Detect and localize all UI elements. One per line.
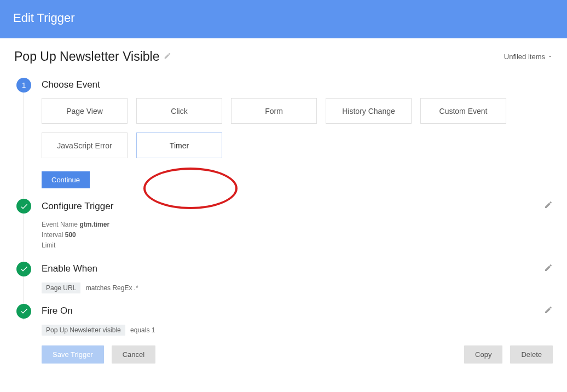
- check-icon: [20, 307, 28, 315]
- fire-on-condition-row: Pop Up Newsletter visible equals 1: [42, 325, 553, 336]
- chevron-down-icon: [547, 53, 553, 61]
- folder-label: Unfiled items: [504, 53, 545, 61]
- configure-interval: Interval 500: [42, 230, 553, 240]
- enable-when-condition-row: Page URL matches RegEx .*: [42, 283, 553, 293]
- event-js-error[interactable]: JavaScript Error: [42, 132, 128, 158]
- continue-button[interactable]: Continue: [42, 171, 90, 188]
- fire-on-condition: equals 1: [130, 326, 155, 334]
- step-marker-configure: [16, 199, 31, 214]
- footer-actions: Save Trigger Cancel Copy Delete: [14, 345, 553, 364]
- folder-selector[interactable]: Unfiled items: [504, 53, 553, 61]
- event-custom-event[interactable]: Custom Event: [420, 98, 506, 124]
- cancel-button[interactable]: Cancel: [112, 345, 155, 364]
- enable-when-chip: Page URL: [42, 283, 80, 293]
- event-history-change[interactable]: History Change: [326, 98, 412, 124]
- configure-event-name: Event Name gtm.timer: [42, 220, 553, 230]
- configure-title: Configure Trigger: [42, 201, 113, 212]
- choose-event-title: Choose Event: [42, 79, 100, 90]
- event-page-view[interactable]: Page View: [42, 98, 128, 124]
- step-fire-on: Fire On Pop Up Newsletter visible equals…: [14, 305, 553, 336]
- delete-button[interactable]: Delete: [510, 345, 553, 364]
- header-title: Edit Trigger: [13, 11, 75, 25]
- check-icon: [20, 202, 28, 211]
- fire-on-chip: Pop Up Newsletter visible: [42, 325, 125, 336]
- event-form[interactable]: Form: [231, 98, 317, 124]
- save-button[interactable]: Save Trigger: [42, 345, 104, 364]
- step-marker-1: 1: [16, 78, 31, 93]
- copy-button[interactable]: Copy: [464, 345, 502, 364]
- step-marker-fire: [16, 304, 31, 319]
- fire-on-title: Fire On: [42, 305, 73, 316]
- enable-when-condition: matches RegEx .*: [86, 284, 138, 292]
- rename-icon[interactable]: [164, 52, 171, 62]
- edit-enable-icon[interactable]: [544, 263, 553, 275]
- page-title: Pop Up Newsletter Visible: [14, 49, 159, 64]
- edit-configure-icon[interactable]: [544, 200, 553, 212]
- event-click[interactable]: Click: [136, 98, 222, 124]
- enable-when-title: Enable When: [42, 263, 97, 274]
- step-enable-when: Enable When Page URL matches RegEx .*: [14, 263, 553, 293]
- configure-limit: Limit: [42, 240, 553, 251]
- step-marker-enable: [16, 262, 31, 276]
- event-timer[interactable]: Timer: [136, 132, 222, 158]
- step-choose-event: 1 Choose Event Page View Click Form Hist…: [14, 79, 553, 188]
- header-bar: Edit Trigger: [0, 0, 567, 38]
- edit-fire-icon[interactable]: [544, 305, 553, 317]
- check-icon: [20, 264, 28, 273]
- step-configure-trigger: Configure Trigger Event Name gtm.timer I…: [14, 200, 553, 251]
- event-grid: Page View Click Form History Change Cust…: [42, 98, 553, 158]
